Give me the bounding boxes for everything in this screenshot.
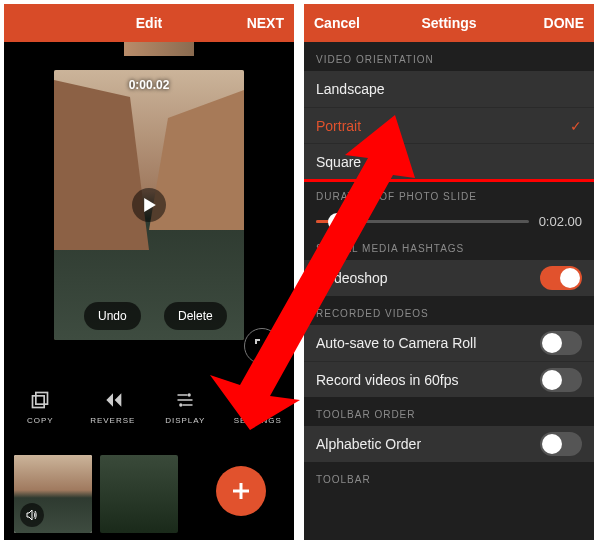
svg-point-4 bbox=[255, 398, 260, 403]
next-button[interactable]: NEXT bbox=[247, 15, 284, 31]
cancel-button[interactable]: Cancel bbox=[314, 15, 360, 31]
row-label: Auto-save to Camera Roll bbox=[316, 335, 476, 351]
row-label: Alphabetic Order bbox=[316, 436, 421, 452]
preview-timestamp: 0:00.02 bbox=[129, 78, 170, 92]
orientation-portrait[interactable]: Portrait✓ bbox=[304, 107, 594, 143]
orientation-square[interactable]: Square bbox=[304, 143, 594, 179]
svg-rect-0 bbox=[33, 396, 45, 408]
60fps-row: Record videos in 60fps bbox=[304, 361, 594, 397]
tool-label: DISPLAY bbox=[165, 416, 205, 425]
duration-slider-row: 0:02.00 bbox=[304, 208, 594, 231]
duration-value: 0:02.00 bbox=[539, 214, 582, 229]
display-button[interactable]: DISPLAY bbox=[149, 390, 222, 425]
edit-header: Edit NEXT bbox=[4, 4, 294, 42]
section-heading: VIDEO ORIENTATION bbox=[304, 42, 594, 71]
tool-label: COPY bbox=[27, 416, 54, 425]
mute-icon[interactable] bbox=[20, 503, 44, 527]
copy-button[interactable]: COPY bbox=[4, 390, 77, 425]
section-heading: SOCIAL MEDIA HASHTAGS bbox=[304, 231, 594, 260]
alphabetic-row: Alphabetic Order bbox=[304, 426, 594, 462]
undo-button[interactable]: Undo bbox=[84, 302, 141, 330]
hashtag-label: #videoshop bbox=[316, 270, 388, 286]
svg-rect-1 bbox=[36, 393, 48, 405]
section-heading: TOOLBAR ORDER bbox=[304, 397, 594, 426]
svg-point-2 bbox=[188, 393, 191, 396]
orientation-landscape[interactable]: Landscape bbox=[304, 71, 594, 107]
edit-toolbar: COPY REVERSE DISPLAY SETTINGS bbox=[4, 390, 294, 425]
fullscreen-button[interactable] bbox=[244, 328, 280, 364]
video-preview[interactable]: 0:00.02 Undo Delete bbox=[54, 70, 244, 340]
clip-thumbnail[interactable] bbox=[100, 455, 178, 533]
clip-thumbnail[interactable] bbox=[14, 455, 92, 533]
play-button[interactable] bbox=[132, 188, 166, 222]
settings-body[interactable]: VIDEO ORIENTATION Landscape Portrait✓ Sq… bbox=[304, 42, 594, 540]
duration-slider[interactable] bbox=[316, 220, 529, 223]
checkmark-icon: ✓ bbox=[570, 118, 582, 134]
done-button[interactable]: DONE bbox=[544, 15, 584, 31]
section-heading: TOOLBAR bbox=[304, 462, 594, 491]
edit-screen: Edit NEXT 0:00.02 Undo Delete COPY RE bbox=[4, 4, 294, 540]
row-label: Record videos in 60fps bbox=[316, 372, 458, 388]
section-heading: DURATION OF PHOTO SLIDE bbox=[304, 179, 594, 208]
hashtag-row: #videoshop bbox=[304, 260, 594, 296]
settings-button[interactable]: SETTINGS bbox=[222, 390, 295, 425]
60fps-toggle[interactable] bbox=[540, 368, 582, 392]
tool-label: REVERSE bbox=[90, 416, 135, 425]
autosave-row: Auto-save to Camera Roll bbox=[304, 325, 594, 361]
add-clip-button[interactable] bbox=[216, 466, 266, 516]
settings-screen: Cancel Settings DONE VIDEO ORIENTATION L… bbox=[304, 4, 594, 540]
delete-button[interactable]: Delete bbox=[164, 302, 227, 330]
video-orientation-section: VIDEO ORIENTATION Landscape Portrait✓ Sq… bbox=[304, 42, 594, 179]
hashtag-toggle[interactable] bbox=[540, 266, 582, 290]
alphabetic-toggle[interactable] bbox=[540, 432, 582, 456]
reverse-button[interactable]: REVERSE bbox=[77, 390, 150, 425]
autosave-toggle[interactable] bbox=[540, 331, 582, 355]
svg-point-3 bbox=[179, 403, 182, 406]
tool-label: SETTINGS bbox=[234, 416, 282, 425]
settings-header: Cancel Settings DONE bbox=[304, 4, 594, 42]
section-heading: RECORDED VIDEOS bbox=[304, 296, 594, 325]
timeline-strip[interactable] bbox=[4, 42, 294, 56]
